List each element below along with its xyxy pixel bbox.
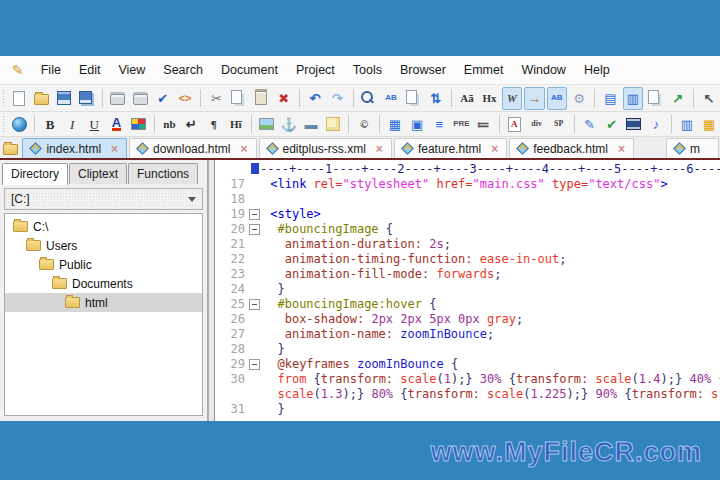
menu-document[interactable]: Document — [212, 63, 287, 77]
paste-button[interactable] — [251, 87, 271, 110]
tab-close-icon[interactable]: × — [618, 143, 625, 155]
panel-splitter[interactable] — [208, 160, 215, 421]
sidebar-tab-cliptext[interactable]: Cliptext — [69, 163, 127, 184]
find-in-files-button[interactable] — [403, 87, 423, 110]
color-palette-button[interactable] — [128, 113, 148, 136]
toolbar-grip[interactable] — [2, 115, 5, 133]
code-line[interactable]: 22 animation-timing-function: ease-in-ou… — [215, 252, 720, 267]
pre-button[interactable]: PRE — [451, 113, 471, 136]
print-preview-button[interactable] — [108, 87, 128, 110]
code-line[interactable]: 26 box-shadow: 2px 2px 5px 0px gray; — [215, 312, 720, 327]
image-button[interactable] — [257, 113, 277, 136]
font-color-button[interactable]: A — [106, 113, 126, 136]
menu-emmet[interactable]: Emmet — [455, 63, 513, 77]
tab-close-icon[interactable]: × — [240, 143, 247, 155]
indent-guides-button[interactable]: → — [524, 87, 544, 110]
multimedia-button[interactable] — [624, 113, 644, 136]
open-button[interactable] — [32, 87, 52, 110]
tree-item-documents[interactable]: Documents — [5, 274, 202, 293]
new-window-button[interactable]: ↗ — [667, 87, 687, 110]
style-check-button[interactable]: ✔ — [602, 113, 622, 136]
css-style-button[interactable] — [504, 113, 524, 136]
horizontal-rule-button[interactable]: ▬ — [301, 113, 321, 136]
panel-b-button[interactable]: ▦ — [699, 113, 719, 136]
preferences-button[interactable]: ⚙ — [569, 87, 589, 110]
fold-collapse-icon[interactable] — [249, 209, 260, 220]
line-numbers-button[interactable]: AB — [547, 87, 567, 110]
save-button[interactable] — [54, 87, 74, 110]
word-wrap-button[interactable]: W — [502, 87, 522, 110]
drive-selector[interactable]: [C:] — [4, 188, 203, 210]
menu-project[interactable]: Project — [287, 63, 344, 77]
menu-tools[interactable]: Tools — [344, 63, 391, 77]
find-button[interactable] — [358, 87, 378, 110]
menu-edit[interactable]: Edit — [70, 63, 110, 77]
menu-file[interactable]: File — [32, 63, 70, 77]
code-line[interactable]: 20 #bouncingImage { — [215, 222, 720, 237]
tab-close-icon[interactable]: × — [376, 143, 383, 155]
tree-item-c[interactable]: C:\ — [5, 217, 202, 236]
code-line[interactable]: 17 <link rel="stylesheet" href="main.css… — [215, 177, 720, 192]
tab-index-html[interactable]: index.html× — [22, 138, 127, 158]
note-button[interactable] — [323, 113, 343, 136]
cliptext-panel-button[interactable]: ▤ — [600, 87, 620, 110]
sidebar-tab-directory[interactable]: Directory — [2, 163, 68, 185]
tab-download-html[interactable]: download.html× — [129, 138, 256, 158]
menu-browser[interactable]: Browser — [391, 63, 455, 77]
tab-folder-button[interactable] — [0, 137, 21, 158]
audio-button[interactable]: ♪ — [646, 113, 666, 136]
italic-button[interactable]: I — [62, 113, 82, 136]
edit-source-button[interactable]: ✎ — [580, 113, 600, 136]
sidebar-tab-functions[interactable]: Functions — [128, 163, 198, 184]
code-line[interactable]: 30 from {transform: scale(1);} 30% {tran… — [215, 372, 720, 387]
align-button[interactable]: ≡ — [429, 113, 449, 136]
menu-view[interactable]: View — [109, 63, 154, 77]
print-button[interactable] — [130, 87, 150, 110]
tab-editplus-rss-xml[interactable]: editplus-rss.xml× — [259, 138, 392, 158]
code-line[interactable]: 27 animation-name: zoomInBounce; — [215, 327, 720, 342]
tree-item-users[interactable]: Users — [5, 236, 202, 255]
list-button[interactable]: ≔ — [473, 113, 493, 136]
tab-m[interactable]: m — [666, 138, 719, 158]
heading-button[interactable]: Hī — [226, 113, 246, 136]
layout-box-button[interactable]: ▣ — [407, 113, 427, 136]
menu-window[interactable]: Window — [512, 63, 574, 77]
undo-button[interactable]: ↶ — [305, 87, 325, 110]
code-line[interactable]: 18 — [215, 192, 720, 207]
code-line[interactable]: 23 animation-fill-mode: forwards; — [215, 267, 720, 282]
new-file-button[interactable] — [9, 87, 29, 110]
tab-close-icon[interactable]: × — [491, 143, 498, 155]
toolbar-grip[interactable] — [2, 89, 5, 107]
copyright-button[interactable]: © — [354, 113, 374, 136]
hex-view-button[interactable]: Hx — [479, 87, 499, 110]
tab-close-icon[interactable]: × — [111, 143, 118, 155]
table-button[interactable]: ▦ — [385, 113, 405, 136]
directory-panel-button[interactable]: ▥ — [623, 87, 643, 110]
anchor-button[interactable]: ⚓ — [279, 113, 299, 136]
line-break-button[interactable]: ↵ — [182, 113, 202, 136]
spell-check-button[interactable]: ✔ — [152, 87, 172, 110]
cut-button[interactable]: ✂ — [206, 87, 226, 110]
div-button[interactable]: div — [526, 113, 546, 136]
tab-feedback-html[interactable]: feedback.html× — [509, 138, 634, 158]
pointer-button[interactable]: ↖ — [699, 87, 719, 110]
panel-a-button[interactable]: ▥ — [677, 113, 697, 136]
browser-globe-button[interactable] — [9, 113, 29, 136]
fold-collapse-icon[interactable] — [249, 299, 260, 310]
nbsp-button[interactable]: nb — [159, 113, 179, 136]
redo-button[interactable]: ↷ — [327, 87, 347, 110]
code-line[interactable]: 29 @keyframes zoomInBounce { — [215, 357, 720, 372]
html-code-button[interactable]: <> — [175, 87, 195, 110]
code-line[interactable]: scale(1.3);} 80% {transform: scale(1.225… — [215, 387, 720, 402]
tab-feature-html[interactable]: feature.html× — [394, 138, 507, 158]
paragraph-button[interactable]: ¶ — [204, 113, 224, 136]
copy-button[interactable] — [229, 87, 249, 110]
tree-item-html[interactable]: html — [5, 293, 202, 312]
code-line[interactable]: 28 } — [215, 342, 720, 357]
replace-button[interactable]: AB — [381, 87, 401, 110]
bold-button[interactable]: B — [40, 113, 60, 136]
code-line[interactable]: 25 #bouncingImage:hover { — [215, 297, 720, 312]
code-line[interactable]: 31 } — [215, 402, 720, 417]
menu-help[interactable]: Help — [575, 63, 619, 77]
sort-button[interactable]: ⇅ — [426, 87, 446, 110]
